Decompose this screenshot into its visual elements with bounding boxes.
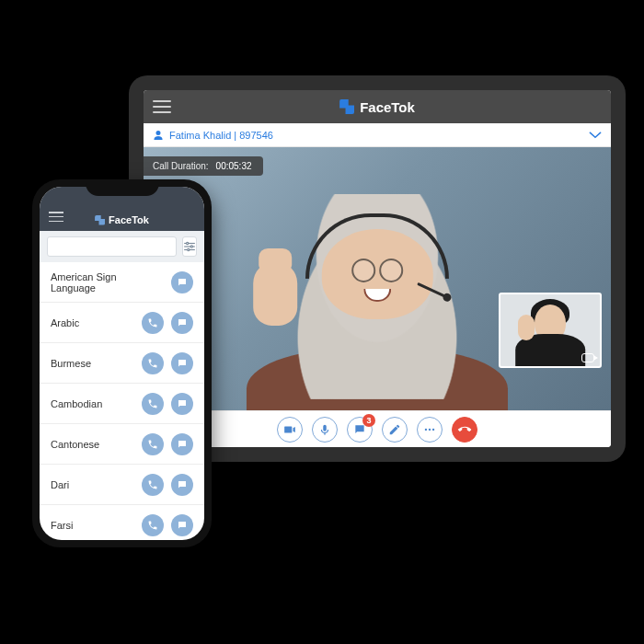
hamburger-icon[interactable] bbox=[49, 212, 63, 222]
chat-call-button[interactable] bbox=[171, 352, 193, 374]
call-toolbar: 3 bbox=[144, 410, 611, 447]
language-row: Cambodian bbox=[40, 384, 204, 424]
phone-screen: FaceTok American Sign LanguageArabicBurm… bbox=[40, 187, 204, 540]
phone-header: FaceTok bbox=[40, 187, 204, 231]
video-area: Call Duration: 00:05:32 bbox=[144, 147, 611, 410]
caller-name: Fatima Khalid | 897546 bbox=[169, 130, 273, 141]
audio-call-button[interactable] bbox=[142, 393, 164, 415]
app-logo: FaceTok bbox=[95, 214, 149, 225]
audio-call-button[interactable] bbox=[142, 352, 164, 374]
search-row bbox=[40, 231, 204, 262]
svg-point-8 bbox=[188, 248, 190, 250]
audio-call-button[interactable] bbox=[142, 514, 164, 536]
language-label: American Sign Language bbox=[51, 271, 164, 293]
duration-label: Call Duration: bbox=[153, 161, 209, 171]
sliders-icon bbox=[183, 241, 196, 252]
self-view[interactable] bbox=[499, 293, 602, 368]
language-row: Dari bbox=[40, 465, 204, 505]
filter-button[interactable] bbox=[182, 236, 197, 257]
video-icon bbox=[283, 423, 296, 436]
tablet-screen: FaceTok Fatima Khalid | 897546 Call Dura… bbox=[144, 90, 611, 447]
language-label: Arabic bbox=[51, 317, 134, 328]
logo-mark-icon bbox=[95, 215, 105, 225]
chat-badge: 3 bbox=[362, 414, 375, 427]
chat-button[interactable]: 3 bbox=[347, 417, 373, 443]
audio-call-button[interactable] bbox=[142, 312, 164, 334]
search-input[interactable] bbox=[47, 236, 177, 257]
tablet-header: FaceTok bbox=[144, 90, 611, 123]
language-row: Farsi bbox=[40, 505, 204, 540]
chevron-down-icon[interactable] bbox=[589, 132, 602, 139]
chat-call-button[interactable] bbox=[171, 393, 193, 415]
caller-bar[interactable]: Fatima Khalid | 897546 bbox=[144, 123, 611, 147]
language-row: Arabic bbox=[40, 303, 204, 343]
duration-value: 00:05:32 bbox=[216, 161, 252, 171]
svg-point-1 bbox=[429, 428, 431, 430]
ellipsis-icon bbox=[423, 423, 436, 436]
more-button[interactable] bbox=[417, 417, 443, 443]
language-row: Cantonese bbox=[40, 424, 204, 465]
logo-text: FaceTok bbox=[360, 99, 415, 115]
logo-text: FaceTok bbox=[109, 214, 149, 225]
mic-button[interactable] bbox=[312, 417, 338, 443]
audio-call-button[interactable] bbox=[142, 433, 164, 455]
mic-icon bbox=[318, 423, 331, 436]
app-logo: FaceTok bbox=[339, 99, 415, 115]
hamburger-icon[interactable] bbox=[153, 100, 171, 113]
logo-mark-icon bbox=[339, 99, 354, 114]
language-row: Burmese bbox=[40, 343, 204, 384]
chat-call-button[interactable] bbox=[171, 514, 193, 536]
remote-video bbox=[213, 174, 541, 410]
annotate-button[interactable] bbox=[382, 417, 408, 443]
language-row: American Sign Language bbox=[40, 262, 204, 303]
language-label: Burmese bbox=[51, 358, 134, 369]
person-icon bbox=[153, 130, 164, 141]
chat-call-button[interactable] bbox=[171, 474, 193, 496]
svg-point-4 bbox=[187, 242, 189, 244]
chat-call-button[interactable] bbox=[171, 433, 193, 455]
phone-icon bbox=[455, 420, 474, 439]
language-label: Farsi bbox=[51, 520, 134, 531]
language-list: American Sign LanguageArabicBurmeseCambo… bbox=[40, 262, 204, 540]
chat-call-button[interactable] bbox=[171, 312, 193, 334]
camera-icon bbox=[581, 353, 594, 362]
svg-point-6 bbox=[190, 246, 192, 247]
language-label: Dari bbox=[51, 479, 134, 490]
video-button[interactable] bbox=[277, 417, 303, 443]
svg-point-0 bbox=[425, 428, 427, 430]
chat-call-button[interactable] bbox=[171, 271, 193, 293]
language-label: Cambodian bbox=[51, 398, 134, 409]
phone-device: FaceTok American Sign LanguageArabicBurm… bbox=[32, 179, 212, 547]
hangup-button[interactable] bbox=[452, 417, 477, 443]
language-label: Cantonese bbox=[51, 439, 134, 450]
call-duration-pill: Call Duration: 00:05:32 bbox=[144, 156, 263, 176]
svg-point-2 bbox=[432, 428, 434, 430]
audio-call-button[interactable] bbox=[142, 474, 164, 496]
pen-icon bbox=[388, 423, 401, 436]
